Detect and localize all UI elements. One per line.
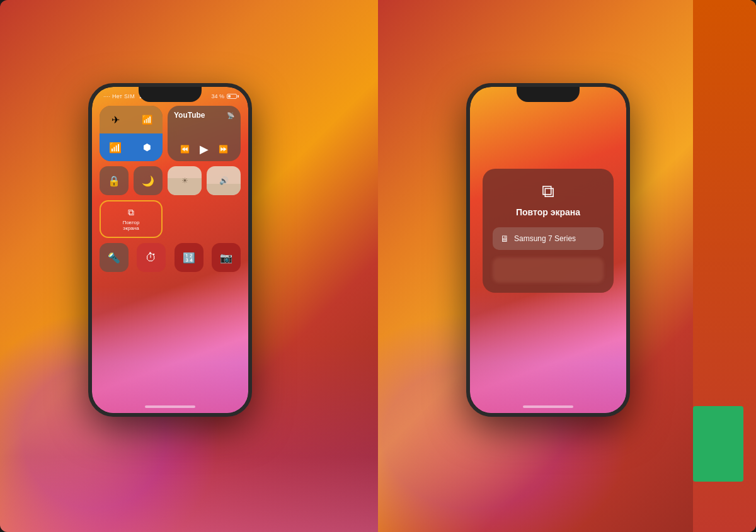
screen-gradient <box>92 287 248 413</box>
do-not-disturb-button[interactable]: 🌙 <box>134 166 163 195</box>
connectivity-block: ✈ 📶 📶 ⬢ <box>100 106 163 161</box>
camera-button[interactable]: 📷 <box>212 243 241 272</box>
battery-percent: 34 % <box>211 93 224 99</box>
media-header: YouTube 📡 <box>174 111 234 120</box>
right-phone-notch <box>517 87 580 102</box>
timer-icon: ⏱ <box>146 251 157 264</box>
right-phone-power <box>629 162 630 194</box>
wifi-button[interactable]: 📶 <box>100 133 131 161</box>
volume-icon: 🔊 <box>219 176 229 185</box>
left-panel: ···· Нет SIM ▲ 34 % <box>0 0 378 532</box>
volume-slider[interactable]: 🔊 <box>207 166 241 195</box>
cellular-button[interactable]: 📶 <box>131 106 163 133</box>
rotation-lock-button[interactable]: 🔒 <box>100 166 129 195</box>
right-panel: ⧉ Повтор экрана 🖥 Samsung 7 Series <box>378 0 756 532</box>
media-app-name: YouTube <box>174 111 205 120</box>
control-center: ✈ 📶 📶 ⬢ <box>92 102 248 276</box>
play-button[interactable]: ▶ <box>200 142 209 156</box>
screen-mirror-popup: ⧉ Повтор экрана 🖥 Samsung 7 Series <box>483 169 614 293</box>
airplane-icon: ✈ <box>112 114 120 126</box>
bluetooth-button[interactable]: ⬢ <box>131 133 163 161</box>
popup-mirror-icon: ⧉ <box>493 181 604 202</box>
camera-icon: 📷 <box>220 252 232 264</box>
power-button <box>251 162 252 194</box>
timer-button[interactable]: ⏱ <box>137 243 166 272</box>
brightness-icon: ☀ <box>181 176 188 185</box>
calculator-button[interactable]: 🔢 <box>175 243 203 272</box>
right-phone-volume-up <box>466 150 467 169</box>
fast-forward-button[interactable]: ⏩ <box>219 145 228 154</box>
media-controls: ⏪ ▶ ⏩ <box>174 142 234 156</box>
bottom-row: 🔦 ⏱ 🔢 📷 <box>100 243 241 272</box>
top-row: ✈ 📶 📶 ⬢ <box>100 106 241 161</box>
left-phone-mockup: ···· Нет SIM ▲ 34 % <box>88 83 252 417</box>
rotation-lock-icon: 🔒 <box>108 175 120 187</box>
brightness-slider[interactable]: ☀ <box>168 166 202 195</box>
volume-fill <box>207 184 241 195</box>
wifi-button-icon: 📶 <box>109 142 122 154</box>
calculator-icon: 🔢 <box>183 252 195 264</box>
screen-mirror-label: Повтор экрана <box>123 220 140 232</box>
airplane-mode-button[interactable]: ✈ <box>100 106 131 133</box>
battery-area: 34 % <box>211 93 237 99</box>
popup-title: Повтор экрана <box>493 207 604 217</box>
right-phone-screen: ⧉ Повтор экрана 🖥 Samsung 7 Series <box>470 87 626 413</box>
bluetooth-icon: ⬢ <box>143 142 151 152</box>
rewind-button[interactable]: ⏪ <box>180 145 190 154</box>
carrier-label: ···· Нет SIM ▲ <box>103 93 144 99</box>
third-row: ⧉ Повтор экрана <box>100 200 241 238</box>
right-screen-gradient <box>470 287 626 413</box>
carrier-text: ···· Нет SIM <box>103 93 135 99</box>
moon-icon: 🌙 <box>142 175 154 187</box>
battery-icon <box>227 94 237 99</box>
right-phone-volume-down <box>466 175 467 194</box>
right-home-indicator <box>523 405 573 408</box>
page-container: ···· Нет SIM ▲ 34 % <box>0 0 756 532</box>
battery-fill <box>228 95 231 98</box>
flashlight-button[interactable]: 🔦 <box>100 243 129 272</box>
screen-mirror-button[interactable]: ⧉ Повтор экрана <box>100 200 163 238</box>
media-player: YouTube 📡 ⏪ ▶ ⏩ <box>168 106 241 161</box>
tv-icon: 🖥 <box>500 234 509 244</box>
left-phone-screen: ···· Нет SIM ▲ 34 % <box>92 87 248 413</box>
volume-down-button <box>88 175 89 194</box>
home-indicator <box>145 405 195 408</box>
device-name: Samsung 7 Series <box>514 234 576 243</box>
blurred-content <box>493 258 604 283</box>
right-phone-mockup: ⧉ Повтор экрана 🖥 Samsung 7 Series <box>466 83 630 417</box>
airplay-icon[interactable]: 📡 <box>227 112 234 119</box>
phone-notch <box>139 87 202 102</box>
second-row: 🔒 🌙 ☀ 🔊 <box>100 166 241 195</box>
cellular-icon: 📶 <box>142 115 152 125</box>
flashlight-icon: 🔦 <box>108 252 120 264</box>
screen-mirror-icon: ⧉ <box>128 207 134 218</box>
mirror-label-1: Повтор <box>123 220 140 225</box>
volume-up-button <box>88 150 89 169</box>
mirror-label-2: экрана <box>123 225 139 231</box>
green-background-element <box>693 406 743 482</box>
device-option[interactable]: 🖥 Samsung 7 Series <box>493 227 604 250</box>
